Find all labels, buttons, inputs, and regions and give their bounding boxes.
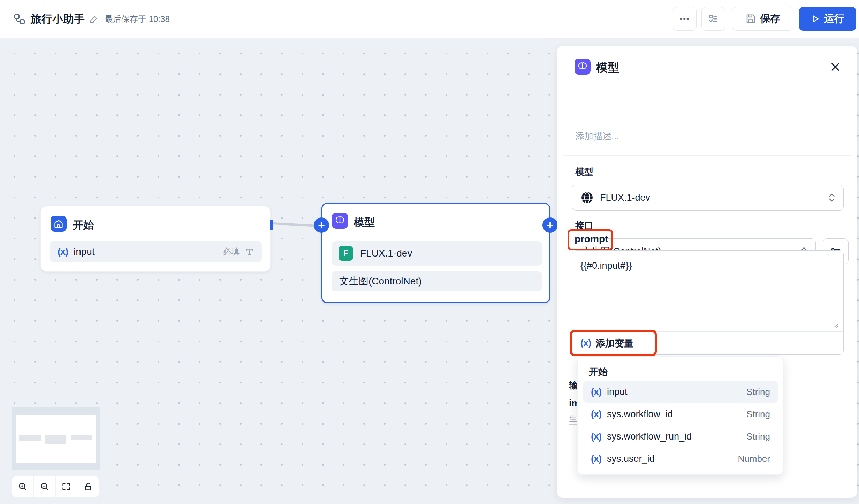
divider [563,155,851,156]
annotation-box-add-variable [570,330,657,356]
model-node[interactable]: 模型 F FLUX.1-dev 文生图(ControlNet) [321,203,550,303]
more-icon: ••• [679,14,690,23]
model-node-model-row[interactable]: F FLUX.1-dev [332,241,542,266]
brain-icon [332,213,348,229]
run-button[interactable]: 运行 [799,7,856,31]
variable-type: String [746,409,770,420]
save-button[interactable]: 保存 [732,7,793,31]
resize-handle-icon[interactable] [832,322,838,328]
panel-title: 模型 [596,60,619,76]
zoom-in-button[interactable] [12,476,34,497]
prompt-field-label: prompt [575,234,608,245]
edit-title-icon[interactable] [89,15,99,24]
minimap[interactable] [12,407,100,470]
start-node-title: 开始 [73,218,94,232]
variable-option-input[interactable]: (x) input String [583,381,778,403]
flux-badge-icon: F [339,246,353,261]
variable-option-sys-user-id[interactable]: (x) sys.user_id Number [583,448,778,469]
model-section-label: 模型 [575,166,593,178]
minimap-viewport [16,415,96,463]
start-input-name: input [74,246,95,257]
more-options-button[interactable]: ••• [673,7,697,31]
model-select[interactable]: FLUX.1-dev [572,185,844,211]
checklist-icon [708,14,719,24]
prompt-textarea[interactable]: {{#0.input#}} [580,260,632,271]
variable-option-sys-workflow-run-id[interactable]: (x) sys.workflow_run_id String [583,426,778,447]
save-label: 保存 [760,12,780,26]
description-input[interactable]: 添加描述... [575,130,619,143]
start-node[interactable]: 开始 (x) input 必填 [40,206,271,272]
last-saved-status: 最后保存于 10:38 [105,0,170,38]
model-node-left-plus-handle[interactable]: + [314,217,329,233]
variable-option-sys-workflow-id[interactable]: (x) sys.workflow_id String [583,403,778,425]
model-node-interface-row[interactable]: 文生图(ControlNet) [332,271,542,291]
variable-group-label: 开始 [589,366,608,378]
close-icon[interactable] [830,61,841,72]
variable-type: String [746,387,770,397]
home-icon [51,216,67,232]
model-select-value: FLUX.1-dev [600,192,650,203]
required-badge: 必填 [223,246,240,257]
variable-type: Number [738,453,770,464]
variable-icon: (x) [591,431,601,442]
text-type-icon [245,247,254,256]
checklist-button[interactable] [701,7,725,31]
model-node-interface-name: 文生图(ControlNet) [339,275,421,288]
start-node-output-handle[interactable] [270,220,273,230]
minimap-node [71,435,92,440]
top-header: 旅行小助手 最后保存于 10:38 ••• 保存 运行 [0,0,859,38]
canvas-controls [12,476,99,497]
variable-icon: (x) [591,387,601,397]
variable-type: String [746,431,770,442]
play-icon [811,14,820,23]
variable-icon: (x) [58,246,68,257]
start-node-input-row[interactable]: (x) input 必填 [50,241,262,262]
model-node-right-plus-handle[interactable]: + [542,217,558,233]
save-icon [745,14,756,24]
workflow-title: 旅行小助手 [31,0,85,38]
brain-icon [575,59,591,75]
minimap-node [19,435,41,441]
workflow-icon [13,13,26,25]
model-node-title: 模型 [354,215,375,230]
variable-icon: (x) [591,453,601,464]
model-node-model-name: FLUX.1-dev [360,248,412,259]
minimap-node [45,435,66,444]
fit-view-button[interactable] [56,476,78,497]
globe-icon [580,191,594,204]
chevron-updown-icon [828,193,836,203]
lock-toggle-button[interactable] [77,476,99,497]
variable-icon: (x) [591,409,601,420]
zoom-out-button[interactable] [34,476,56,497]
run-label: 运行 [824,12,844,26]
variable-dropdown: 开始 (x) input String (x) sys.workflow_id … [577,356,783,475]
